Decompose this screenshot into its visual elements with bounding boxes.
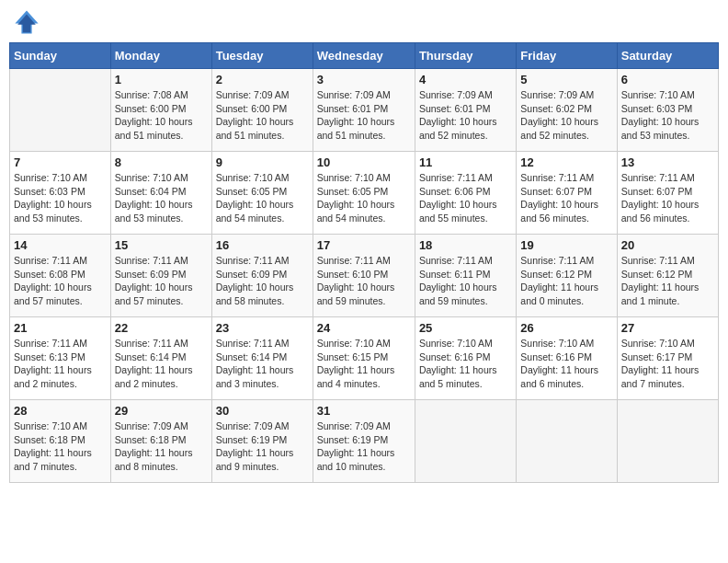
calendar-cell	[617, 400, 718, 483]
day-number: 28	[14, 404, 107, 418]
calendar-cell: 1Sunrise: 7:08 AMSunset: 6:00 PMDaylight…	[110, 69, 211, 152]
day-number: 17	[317, 238, 411, 252]
day-info: Sunrise: 7:09 AMSunset: 6:19 PMDaylight:…	[317, 419, 411, 474]
day-number: 1	[115, 73, 208, 86]
calendar-cell: 18Sunrise: 7:11 AMSunset: 6:11 PMDayligh…	[415, 235, 516, 317]
calendar-cell: 26Sunrise: 7:10 AMSunset: 6:16 PMDayligh…	[517, 317, 617, 400]
day-info: Sunrise: 7:10 AMSunset: 6:03 PMDaylight:…	[621, 88, 714, 143]
calendar-cell: 19Sunrise: 7:11 AMSunset: 6:12 PMDayligh…	[517, 235, 617, 317]
day-info: Sunrise: 7:11 AMSunset: 6:06 PMDaylight:…	[419, 171, 512, 225]
day-number: 30	[216, 404, 309, 418]
calendar-cell: 11Sunrise: 7:11 AMSunset: 6:06 PMDayligh…	[415, 152, 516, 235]
day-info: Sunrise: 7:11 AMSunset: 6:14 PMDaylight:…	[216, 337, 309, 391]
calendar-cell: 4Sunrise: 7:09 AMSunset: 6:01 PMDaylight…	[415, 69, 516, 152]
weekday-header-sunday: Sunday	[10, 43, 111, 69]
calendar-table: SundayMondayTuesdayWednesdayThursdayFrid…	[9, 42, 719, 483]
calendar-cell: 5Sunrise: 7:09 AMSunset: 6:02 PMDaylight…	[517, 69, 617, 152]
day-info: Sunrise: 7:11 AMSunset: 6:09 PMDaylight:…	[216, 254, 309, 308]
calendar-cell: 15Sunrise: 7:11 AMSunset: 6:09 PMDayligh…	[110, 235, 211, 317]
day-number: 15	[115, 238, 208, 252]
calendar-cell: 12Sunrise: 7:11 AMSunset: 6:07 PMDayligh…	[517, 152, 617, 235]
day-number: 24	[317, 321, 411, 335]
day-info: Sunrise: 7:11 AMSunset: 6:08 PMDaylight:…	[14, 254, 107, 308]
calendar-cell: 28Sunrise: 7:10 AMSunset: 6:18 PMDayligh…	[10, 400, 111, 483]
day-number: 22	[115, 321, 208, 335]
calendar-cell	[517, 400, 617, 483]
calendar-cell: 14Sunrise: 7:11 AMSunset: 6:08 PMDayligh…	[10, 235, 111, 317]
weekday-header-saturday: Saturday	[617, 43, 718, 69]
calendar-cell: 7Sunrise: 7:10 AMSunset: 6:03 PMDaylight…	[10, 152, 111, 235]
calendar-cell: 27Sunrise: 7:10 AMSunset: 6:17 PMDayligh…	[617, 317, 718, 400]
day-info: Sunrise: 7:10 AMSunset: 6:03 PMDaylight:…	[14, 171, 107, 225]
day-info: Sunrise: 7:10 AMSunset: 6:05 PMDaylight:…	[216, 171, 309, 225]
day-info: Sunrise: 7:11 AMSunset: 6:11 PMDaylight:…	[419, 254, 512, 308]
day-info: Sunrise: 7:10 AMSunset: 6:04 PMDaylight:…	[115, 171, 208, 225]
weekday-header-thursday: Thursday	[415, 43, 516, 69]
calendar-cell: 17Sunrise: 7:11 AMSunset: 6:10 PMDayligh…	[313, 235, 415, 317]
calendar-cell: 2Sunrise: 7:09 AMSunset: 6:00 PMDaylight…	[211, 69, 313, 152]
calendar-cell: 16Sunrise: 7:11 AMSunset: 6:09 PMDayligh…	[211, 235, 313, 317]
day-info: Sunrise: 7:10 AMSunset: 6:05 PMDaylight:…	[317, 171, 411, 225]
day-number: 6	[621, 73, 714, 86]
day-number: 25	[419, 321, 512, 335]
day-info: Sunrise: 7:11 AMSunset: 6:07 PMDaylight:…	[621, 171, 714, 225]
day-number: 9	[216, 155, 309, 169]
calendar-cell: 3Sunrise: 7:09 AMSunset: 6:01 PMDaylight…	[313, 69, 415, 152]
day-info: Sunrise: 7:11 AMSunset: 6:13 PMDaylight:…	[14, 337, 107, 391]
day-info: Sunrise: 7:11 AMSunset: 6:10 PMDaylight:…	[317, 254, 411, 308]
day-number: 5	[520, 73, 612, 86]
day-number: 27	[621, 321, 714, 335]
calendar-week-row: 21Sunrise: 7:11 AMSunset: 6:13 PMDayligh…	[10, 317, 719, 400]
day-number: 18	[419, 238, 512, 252]
day-number: 20	[621, 238, 714, 252]
calendar-cell: 8Sunrise: 7:10 AMSunset: 6:04 PMDaylight…	[110, 152, 211, 235]
day-number: 12	[520, 155, 612, 169]
calendar-cell	[415, 400, 516, 483]
day-info: Sunrise: 7:11 AMSunset: 6:12 PMDaylight:…	[621, 254, 714, 308]
weekday-header-wednesday: Wednesday	[313, 43, 415, 69]
day-info: Sunrise: 7:10 AMSunset: 6:17 PMDaylight:…	[621, 337, 714, 391]
logo-icon	[14, 9, 40, 35]
day-info: Sunrise: 7:08 AMSunset: 6:00 PMDaylight:…	[115, 88, 208, 143]
day-info: Sunrise: 7:10 AMSunset: 6:18 PMDaylight:…	[14, 419, 107, 474]
calendar-cell: 6Sunrise: 7:10 AMSunset: 6:03 PMDaylight…	[617, 69, 718, 152]
calendar-cell: 10Sunrise: 7:10 AMSunset: 6:05 PMDayligh…	[313, 152, 415, 235]
calendar-cell: 20Sunrise: 7:11 AMSunset: 6:12 PMDayligh…	[617, 235, 718, 317]
day-info: Sunrise: 7:09 AMSunset: 6:01 PMDaylight:…	[419, 88, 512, 143]
calendar-cell: 9Sunrise: 7:10 AMSunset: 6:05 PMDaylight…	[211, 152, 313, 235]
day-number: 19	[520, 238, 612, 252]
calendar-cell: 13Sunrise: 7:11 AMSunset: 6:07 PMDayligh…	[617, 152, 718, 235]
calendar-week-row: 1Sunrise: 7:08 AMSunset: 6:00 PMDaylight…	[10, 69, 719, 152]
calendar-cell: 25Sunrise: 7:10 AMSunset: 6:16 PMDayligh…	[415, 317, 516, 400]
day-info: Sunrise: 7:10 AMSunset: 6:16 PMDaylight:…	[419, 337, 512, 391]
day-info: Sunrise: 7:09 AMSunset: 6:02 PMDaylight:…	[520, 88, 612, 143]
calendar-week-row: 28Sunrise: 7:10 AMSunset: 6:18 PMDayligh…	[10, 400, 719, 483]
day-number: 23	[216, 321, 309, 335]
day-info: Sunrise: 7:09 AMSunset: 6:00 PMDaylight:…	[216, 88, 309, 143]
day-info: Sunrise: 7:10 AMSunset: 6:15 PMDaylight:…	[317, 337, 411, 391]
day-number: 7	[14, 155, 107, 169]
svg-marker-1	[17, 15, 36, 33]
day-number: 29	[115, 404, 208, 418]
calendar-cell: 24Sunrise: 7:10 AMSunset: 6:15 PMDayligh…	[313, 317, 415, 400]
day-number: 14	[14, 238, 107, 252]
day-number: 21	[14, 321, 107, 335]
calendar-cell: 29Sunrise: 7:09 AMSunset: 6:18 PMDayligh…	[110, 400, 211, 483]
day-info: Sunrise: 7:09 AMSunset: 6:01 PMDaylight:…	[317, 88, 411, 143]
day-number: 8	[115, 155, 208, 169]
day-info: Sunrise: 7:09 AMSunset: 6:19 PMDaylight:…	[216, 419, 309, 474]
weekday-header-friday: Friday	[517, 43, 617, 69]
calendar-cell: 22Sunrise: 7:11 AMSunset: 6:14 PMDayligh…	[110, 317, 211, 400]
day-info: Sunrise: 7:11 AMSunset: 6:14 PMDaylight:…	[115, 337, 208, 391]
calendar-header-row: SundayMondayTuesdayWednesdayThursdayFrid…	[10, 43, 719, 69]
logo	[14, 9, 43, 35]
weekday-header-monday: Monday	[110, 43, 211, 69]
day-number: 31	[317, 404, 411, 418]
day-number: 13	[621, 155, 714, 169]
day-info: Sunrise: 7:11 AMSunset: 6:09 PMDaylight:…	[115, 254, 208, 308]
calendar-cell	[10, 69, 111, 152]
day-number: 26	[520, 321, 612, 335]
day-number: 10	[317, 155, 411, 169]
calendar-cell: 21Sunrise: 7:11 AMSunset: 6:13 PMDayligh…	[10, 317, 111, 400]
day-number: 16	[216, 238, 309, 252]
